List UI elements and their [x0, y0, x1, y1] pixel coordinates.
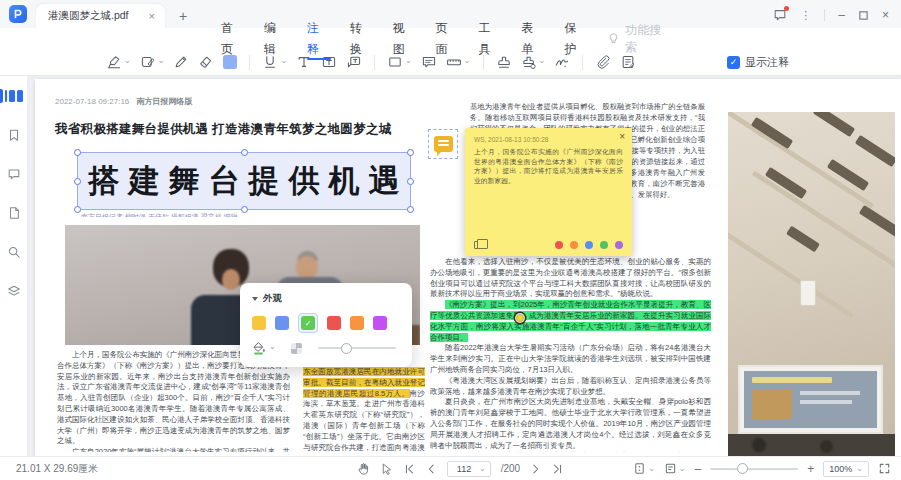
swatch-yellow[interactable]: [252, 316, 266, 330]
column-2-text: 东全面放宽港澳居民在内地就业许可审批。截至目前，在粤纳入就业登记管理的港澳居民超…: [303, 367, 425, 452]
maximize-button[interactable]: [858, 10, 869, 21]
annotation-list-button[interactable]: [620, 54, 636, 70]
tab-close-icon[interactable]: ×: [149, 11, 155, 22]
sidebar-item-bookmarks[interactable]: [0, 126, 28, 144]
close-window-button[interactable]: ×: [882, 9, 889, 21]
selection-handle-sw[interactable]: [74, 206, 81, 213]
eraser-icon: [198, 54, 214, 70]
swatch-red[interactable]: [327, 316, 341, 330]
pdf-page[interactable]: 2022-07-18 09:27:16南方日报网络版 我省积极搭建舞台提供机遇 …: [35, 79, 901, 456]
menu-item-view[interactable]: 视图: [393, 18, 417, 60]
hand-tool-button[interactable]: [356, 462, 370, 476]
minimize-button[interactable]: –: [838, 9, 845, 21]
sidebar-item-search[interactable]: [0, 243, 28, 261]
area-highlight-tool-button[interactable]: ⌄: [140, 54, 165, 70]
pencil-tool-button[interactable]: [173, 54, 189, 70]
selection-handle-nw[interactable]: [74, 149, 81, 156]
app-logo-icon[interactable]: [9, 5, 27, 23]
yellow-highlight[interactable]: 东全面放宽港澳居民在内地就业许可审批。截至目前，在粤纳入就业登记管理的港澳居民超…: [303, 367, 425, 398]
page-size-label: 21.01 X 29.69厘米: [16, 462, 98, 476]
menu-item-form[interactable]: 表单: [521, 18, 545, 60]
fit-mode-button[interactable]: ⌄: [664, 462, 686, 475]
note-color-purple[interactable]: [615, 241, 623, 249]
zoom-level-select[interactable]: 100% ⌄: [823, 461, 869, 477]
opacity-slider-knob[interactable]: [341, 343, 352, 354]
document-tab-title: 港澳圆梦之城.pdf: [48, 9, 129, 23]
selection-handle-e[interactable]: [407, 178, 414, 185]
selection-handle-n[interactable]: [241, 149, 248, 156]
opacity-icon[interactable]: [291, 343, 302, 354]
selection-handle-w[interactable]: [74, 178, 81, 185]
menu-item-home[interactable]: 首页: [221, 18, 245, 60]
note-body-text[interactable]: 上个月，国务院公布实施的《广州南沙深化面向世界的粤港澳全面合作总体方案》（下称《…: [474, 147, 623, 185]
show-annotations-toggle[interactable]: ✓ 显示注释: [727, 55, 789, 70]
single-page-icon: [633, 462, 646, 475]
sidebar-item-layers[interactable]: [0, 282, 28, 300]
menu-item-protect[interactable]: 保护: [564, 18, 588, 60]
swatch-green-selected[interactable]: ✓: [298, 313, 318, 333]
document-tab[interactable]: 港澳圆梦之城.pdf ×: [36, 4, 165, 28]
prev-page-button[interactable]: [425, 463, 437, 475]
swatch-orange[interactable]: [350, 316, 364, 330]
sidebar-item-comments[interactable]: [0, 165, 28, 183]
page-display-mode-button[interactable]: ⌄: [633, 462, 655, 475]
sidebar-item-attachments[interactable]: [0, 204, 28, 222]
document-canvas[interactable]: 2022-07-18 09:27:16南方日报网络版 我省积极搭建舞台提供机遇 …: [28, 76, 901, 456]
menu-item-tools[interactable]: 工具: [479, 18, 503, 60]
note-color-blue[interactable]: [585, 241, 593, 249]
select-tool-button[interactable]: [380, 462, 393, 475]
menu-item-convert[interactable]: 转换: [350, 18, 374, 60]
audience-seats: [728, 434, 895, 456]
sidebar-item-thumbnails[interactable]: [0, 87, 28, 105]
more-menu-button[interactable]: ⋮: [800, 9, 811, 22]
attachment-tool-button[interactable]: [595, 54, 611, 70]
zoom-slider-knob[interactable]: [737, 463, 748, 474]
fill-color-button[interactable]: ⌄: [252, 341, 276, 355]
new-tab-button[interactable]: +: [179, 9, 187, 23]
article-date: 2022-07-18 09:27:16: [55, 97, 129, 106]
note-close-icon[interactable]: ×: [619, 132, 625, 142]
note-copy-icon[interactable]: [474, 241, 483, 249]
feature-search-button[interactable]: 功能搜索: [607, 22, 673, 56]
selection-handle-ne[interactable]: [407, 149, 414, 156]
article-source: 南方日报网络版: [136, 97, 192, 106]
note-color-orange[interactable]: [570, 241, 578, 249]
selected-text-block[interactable]: 搭建舞台提供机遇: [77, 152, 411, 210]
note-color-green[interactable]: [600, 241, 608, 249]
show-annotations-checkbox[interactable]: ✓: [727, 56, 740, 69]
next-page-button[interactable]: [530, 463, 542, 475]
first-page-button[interactable]: [403, 463, 415, 475]
swatch-blue[interactable]: [275, 316, 289, 330]
area-highlight-icon: [140, 54, 156, 70]
paragraph: 夏日炎炎，在广州市南沙区大岗先进制造业基地，头戴安全帽、身穿polo衫和西裤的澳…: [430, 397, 711, 451]
menu-item-edit[interactable]: 编辑: [264, 18, 288, 60]
appearance-header[interactable]: 外观: [252, 292, 400, 305]
eraser-tool-button[interactable]: [198, 54, 214, 70]
opacity-slider[interactable]: [318, 347, 396, 349]
page-box-caret-icon[interactable]: ⌄: [479, 464, 486, 473]
file-icon: [7, 206, 21, 220]
note-footer: [474, 241, 623, 249]
note-color-yellow[interactable]: [516, 314, 524, 322]
bulb-icon: [607, 32, 620, 45]
sticky-note-tool-button[interactable]: [421, 54, 437, 70]
last-page-button[interactable]: [552, 463, 564, 475]
zoom-in-button[interactable]: +: [807, 463, 814, 475]
feedback-icon[interactable]: [773, 8, 787, 22]
fullscreen-button[interactable]: [878, 462, 891, 475]
sticky-note-icon[interactable]: [428, 129, 458, 159]
selection-handle-se[interactable]: [407, 206, 414, 213]
page-number-box[interactable]: ⌄: [447, 461, 491, 477]
green-highlight[interactable]: 《南沙方案》提出，到2025年，南沙青年创业就业合作水平显著提升，教育、医疗等优…: [430, 300, 711, 341]
zoom-slider[interactable]: [710, 468, 798, 470]
page-number-input[interactable]: [452, 463, 476, 475]
zoom-out-button[interactable]: –: [695, 463, 702, 475]
note-color-red[interactable]: [555, 241, 563, 249]
sticky-note-popup[interactable]: × WS, 2021-08-13 10:50:28 上个月，国务院公布实施的《广…: [465, 128, 632, 256]
menu-item-comment[interactable]: 注释: [307, 18, 331, 60]
highlight-tool-button[interactable]: ⌄: [106, 54, 131, 70]
appearance-popup[interactable]: 外观 ✓: [240, 283, 412, 367]
thumbnails-icon: [5, 90, 23, 102]
swatch-magenta[interactable]: [373, 316, 387, 330]
menu-item-page[interactable]: 页面: [436, 18, 460, 60]
